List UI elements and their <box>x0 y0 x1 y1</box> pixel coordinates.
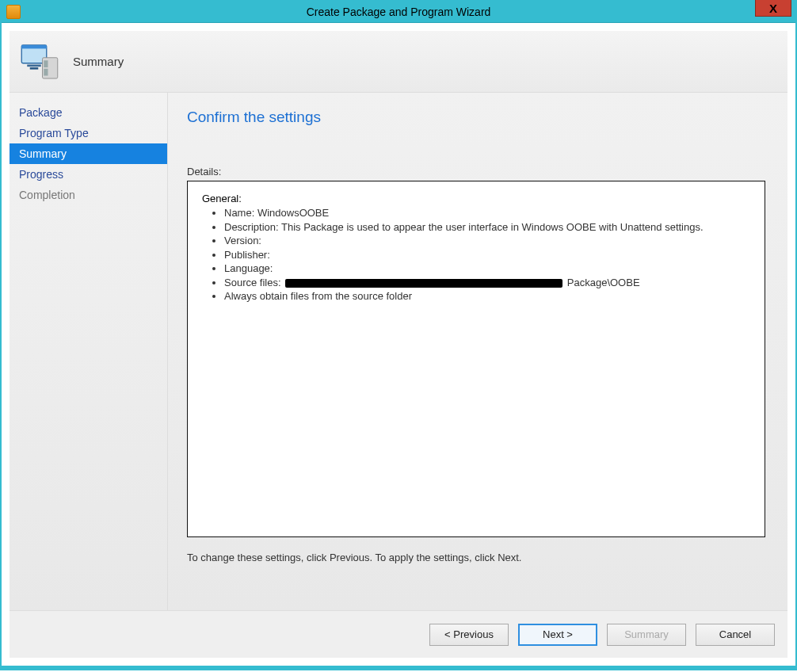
wizard-header: Summary <box>10 31 787 93</box>
wizard-content: Confirm the settings Details: General: N… <box>168 93 787 610</box>
app-icon <box>6 5 21 19</box>
close-button[interactable]: X <box>755 0 791 17</box>
detail-language: Language: <box>224 262 750 276</box>
next-button[interactable]: Next > <box>518 624 597 646</box>
nav-item-program-type[interactable]: Program Type <box>10 123 167 143</box>
previous-button[interactable]: < Previous <box>429 624 509 646</box>
nav-item-summary[interactable]: Summary <box>10 143 167 164</box>
svg-rect-3 <box>30 67 39 70</box>
nav-item-completion: Completion <box>10 185 167 205</box>
svg-rect-6 <box>44 68 48 75</box>
source-prefix: Source files: <box>224 277 281 288</box>
wizard-header-icon <box>17 40 62 84</box>
wizard-header-title: Summary <box>73 55 124 68</box>
summary-button: Summary <box>607 624 686 646</box>
wizard-nav: Package Program Type Summary Progress Co… <box>10 93 168 610</box>
close-icon: X <box>769 2 777 15</box>
details-general-header: General: <box>202 193 750 204</box>
details-box: General: Name: WindowsOOBE Description: … <box>187 181 765 537</box>
wizard-main: Package Program Type Summary Progress Co… <box>10 93 787 610</box>
content-heading: Confirm the settings <box>187 109 765 126</box>
svg-rect-1 <box>21 45 47 48</box>
detail-publisher: Publisher: <box>224 248 750 262</box>
cancel-button[interactable]: Cancel <box>696 624 775 646</box>
detail-version: Version: <box>224 234 750 248</box>
details-label: Details: <box>187 166 765 178</box>
detail-source-files: Source files: Package\OOBE <box>224 276 750 290</box>
detail-always-obtain: Always obtain files from the source fold… <box>224 289 750 304</box>
window-title: Create Package and Program Wizard <box>307 6 491 18</box>
source-suffix: Package\OOBE <box>567 277 640 288</box>
title-bar: Create Package and Program Wizard X <box>2 1 795 23</box>
wizard-body: Summary Package Program Type Summary Pro… <box>10 31 787 658</box>
redacted-path <box>285 279 562 288</box>
nav-item-progress[interactable]: Progress <box>10 164 167 185</box>
wizard-window: Create Package and Program Wizard X Summ… <box>0 0 797 670</box>
svg-rect-2 <box>27 64 41 67</box>
details-list: Name: WindowsOOBE Description: This Pack… <box>202 206 750 304</box>
detail-name: Name: WindowsOOBE <box>224 206 750 220</box>
detail-description: Description: This Package is used to app… <box>224 220 750 235</box>
svg-rect-5 <box>44 60 48 67</box>
wizard-buttons: < Previous Next > Summary Cancel <box>10 610 787 658</box>
nav-item-package[interactable]: Package <box>10 102 167 123</box>
hint-text: To change these settings, click Previous… <box>187 552 765 563</box>
